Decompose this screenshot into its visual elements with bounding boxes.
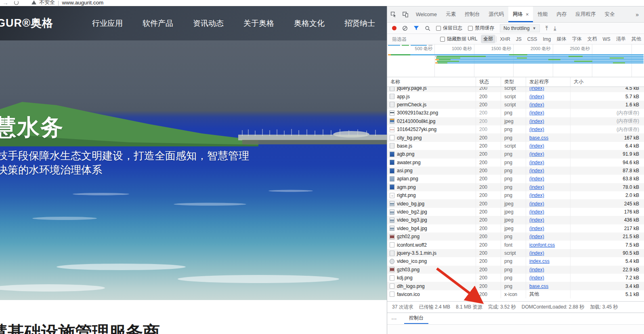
request-row[interactable]: video_bg3.jpg200jpeg(index)436 kB [387, 216, 644, 224]
disable-cache-checkbox[interactable]: 禁用缓存 [468, 25, 494, 32]
drawer-console-tab[interactable]: 控制台 [404, 313, 428, 324]
request-initiator-link[interactable]: (index) [529, 94, 544, 99]
device-toolbar-icon[interactable] [399, 6, 411, 22]
filter-type-清单[interactable]: 清单 [614, 35, 628, 43]
filter-type-Img[interactable]: Img [540, 36, 553, 43]
request-row[interactable]: iconfont.woff2200fonticonfont.css7.5 kB [387, 241, 644, 249]
record-network-log-button[interactable] [392, 26, 396, 30]
tab-控制台[interactable]: 控制台 [460, 6, 485, 22]
tab-应用程序[interactable]: 应用程序 [571, 6, 600, 22]
nav-item-关于奥格[interactable]: 关于奥格 [243, 18, 274, 29]
column-header-status[interactable]: 状态 [476, 77, 501, 87]
request-row[interactable]: dlh_logo.png200pngbase.css3.4 kB [387, 282, 644, 290]
tab-Welcome[interactable]: Welcome [411, 6, 441, 22]
column-header-type[interactable]: 类型 [501, 77, 526, 87]
request-initiator-link[interactable]: (index) [529, 184, 544, 190]
request-row[interactable]: city_bg.png200pngbase.css167 kB [387, 133, 644, 142]
nav-item-奥格文化[interactable]: 奥格文化 [294, 18, 325, 29]
tab-网络[interactable]: 网络× [508, 6, 533, 22]
request-row[interactable]: video_ico.png200pngindex.css5.4 kB [387, 257, 644, 265]
search-icon[interactable] [425, 25, 430, 31]
filter-type-全部[interactable]: 全部 [481, 35, 495, 43]
tab-内存[interactable]: 内存 [552, 6, 571, 22]
tab-性能[interactable]: 性能 [533, 6, 552, 22]
request-initiator-link[interactable]: (index) [529, 226, 544, 231]
request-initiator-link[interactable]: (index) [529, 275, 544, 281]
request-row[interactable]: favicon.ico200x-icon其他5.1 kB [387, 290, 644, 298]
more-tabs-button[interactable]: » [630, 6, 644, 22]
site-logo[interactable]: GUR®奥格 [0, 16, 53, 30]
request-row[interactable]: kdj.png200png(index)7.2 kB [387, 274, 644, 282]
filter-input[interactable] [392, 36, 436, 42]
nav-item-软件产品[interactable]: 软件产品 [143, 18, 173, 29]
request-row[interactable]: →right.png200png(index)2.0 kB [387, 191, 644, 199]
request-initiator-link[interactable]: (index) [529, 267, 544, 273]
request-initiator-link[interactable]: index.css [529, 258, 550, 264]
request-initiator-link[interactable]: (index) [529, 143, 544, 149]
request-row[interactable]: jquery-3.5.1.min.js200script(index)90.5 … [387, 249, 644, 257]
request-initiator-link[interactable]: (index) [529, 87, 544, 91]
request-row[interactable]: gzh02.png200png(index)21.5 kB [387, 233, 644, 241]
request-row[interactable]: base.js200script(index)6.4 kB [387, 142, 644, 150]
column-header-name[interactable]: 名称 [387, 77, 476, 87]
request-initiator-link[interactable]: (index) [529, 209, 544, 215]
request-initiator-link[interactable]: (index) [529, 201, 544, 207]
filter-type-WS[interactable]: WS [600, 36, 613, 43]
request-initiator-link[interactable]: iconfont.css [529, 242, 555, 248]
request-initiator-link[interactable]: (index) [529, 127, 544, 132]
request-row[interactable]: agb.png200png(index)91.9 kB [387, 150, 644, 158]
import-har-icon[interactable]: ⤒ [545, 25, 548, 32]
request-initiator-link[interactable]: (index) [529, 250, 544, 256]
request-initiator-link[interactable]: (index) [529, 118, 544, 124]
request-row[interactable]: 02141000o8kt.jpg200jpeg(index)(内存缓存) [387, 117, 644, 125]
nav-item-资讯动态[interactable]: 资讯动态 [193, 18, 224, 29]
hide-data-urls-checkbox[interactable]: 隐藏数据 URL [440, 36, 477, 42]
filter-type-XHR[interactable]: XHR [497, 36, 512, 43]
request-initiator-link[interactable]: (index) [529, 151, 544, 157]
filter-type-JS[interactable]: JS [514, 36, 524, 43]
request-initiator-link[interactable]: (index) [529, 168, 544, 173]
request-initiator-link[interactable]: base.css [529, 283, 548, 289]
reload-icon[interactable] [14, 0, 19, 5]
filter-type-其他[interactable]: 其他 [629, 35, 644, 43]
address-field[interactable]: 不安全 | www.augurit.com [31, 0, 103, 6]
inspect-element-icon[interactable] [387, 6, 399, 22]
request-initiator-link[interactable]: base.css [529, 135, 548, 141]
nav-item-行业应用[interactable]: 行业应用 [92, 18, 123, 29]
preserve-log-checkbox[interactable]: 保留日志 [436, 25, 462, 32]
tab-源代码[interactable]: 源代码 [484, 6, 508, 22]
column-header-initiator[interactable]: 发起程序 [526, 77, 571, 87]
request-row[interactable]: 30092910az3z.png200png(index)(内存缓存) [387, 109, 644, 117]
request-row[interactable]: video_bg2.jpg200jpeg(index)176 kB [387, 208, 644, 216]
filter-type-CSS[interactable]: CSS [525, 36, 540, 43]
request-initiator-link[interactable]: (index) [529, 110, 544, 116]
request-row[interactable]: gzh03.png200png(index)22.9 kB [387, 266, 644, 274]
filter-icon[interactable] [413, 25, 419, 31]
request-initiator-link[interactable]: (index) [529, 176, 544, 182]
network-overview-timeline[interactable]: 500 毫秒1000 毫秒1500 毫秒2000 毫秒2500 毫秒 [387, 44, 644, 77]
clear-network-log-icon[interactable] [402, 25, 408, 31]
tab-安全[interactable]: 安全 [600, 6, 619, 22]
request-row[interactable]: video_bg.jpg200jpeg(index)245 kB [387, 199, 644, 207]
export-har-icon[interactable]: ⤓ [554, 25, 556, 32]
throttling-dropdown[interactable]: No throttling ▼ [500, 24, 540, 32]
filter-type-文档[interactable]: 文档 [585, 35, 599, 43]
request-initiator-link[interactable]: (index) [529, 160, 544, 165]
drawer-more-icon[interactable]: ⋯ [391, 315, 398, 322]
request-row[interactable]: awater.png200png(index)94.6 kB [387, 159, 644, 167]
tab-元素[interactable]: 元素 [441, 6, 460, 22]
column-header-size[interactable]: 大小 [571, 77, 644, 87]
request-row[interactable]: agm.png200png(index)78.0 kB [387, 183, 644, 191]
request-row[interactable]: 101642527yki.png200png(index)(内存缓存) [387, 125, 644, 133]
request-initiator-link[interactable]: (index) [529, 192, 544, 198]
request-row[interactable]: aplan.png200png(index)63.8 kB [387, 175, 644, 183]
request-initiator-link[interactable]: (index) [529, 217, 544, 223]
request-initiator-link[interactable]: (index) [529, 234, 544, 239]
request-row[interactable]: app.js200script(index)5.7 kB [387, 92, 644, 100]
nav-item-招贤纳士[interactable]: 招贤纳士 [344, 18, 375, 29]
filter-type-媒体[interactable]: 媒体 [554, 35, 568, 43]
request-row[interactable]: video_bg4.jpg200jpeg(index)217 kB [387, 224, 644, 233]
request-row[interactable]: permCheck.js200script(index)1.6 kB [387, 101, 644, 109]
request-row[interactable]: asi.png200png(index)87.8 kB [387, 167, 644, 175]
forward-icon[interactable]: → [2, 0, 8, 6]
